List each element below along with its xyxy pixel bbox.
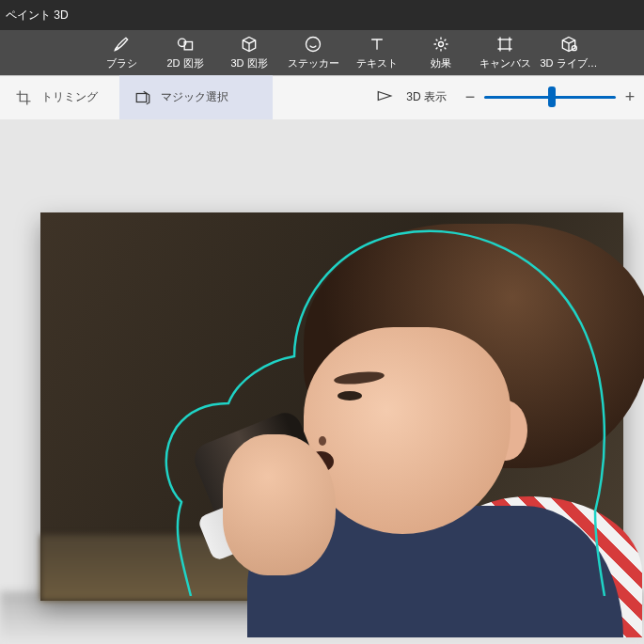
library-tool-button[interactable]: 3D ライブ… — [537, 30, 601, 75]
zoom-in-button[interactable]: + — [616, 75, 644, 119]
title-bar: ペイント 3D — [0, 0, 644, 30]
sticker-tool-button[interactable]: ステッカー — [281, 30, 345, 75]
shape3d-icon — [240, 35, 259, 54]
svg-rect-6 — [136, 93, 147, 102]
crop-icon — [15, 89, 32, 106]
app-title: ペイント 3D — [6, 8, 69, 24]
canvas-area[interactable] — [0, 119, 644, 644]
magic-select-outline — [153, 220, 614, 596]
minus-icon: − — [465, 87, 476, 107]
svg-point-2 — [306, 38, 321, 52]
svg-rect-4 — [500, 39, 510, 49]
magic-select-label: マジック選択 — [161, 89, 228, 105]
zoom-slider[interactable] — [484, 75, 616, 119]
brush-icon — [112, 35, 131, 54]
view3d-toggle[interactable]: 3D 表示 — [367, 75, 456, 119]
text-icon — [368, 35, 386, 54]
brush-tool-label: ブラシ — [106, 56, 137, 71]
zoom-out-button[interactable]: − — [456, 75, 484, 119]
effects-tool-button[interactable]: 効果 — [409, 30, 473, 75]
sticker-tool-label: ステッカー — [288, 56, 339, 71]
svg-point-3 — [439, 42, 444, 47]
magic-select-icon — [134, 89, 151, 106]
view3d-label: 3D 表示 — [406, 89, 447, 105]
crop-label: トリミング — [41, 89, 98, 105]
canvas-tool-button[interactable]: キャンバス — [473, 30, 537, 75]
canvas-icon — [495, 35, 514, 54]
effects-tool-label: 効果 — [431, 56, 451, 71]
canvas-tool-label: キャンバス — [479, 56, 531, 71]
plus-icon: + — [625, 87, 636, 107]
shape3d-tool-label: 3D 図形 — [230, 56, 267, 71]
shape2d-icon — [176, 35, 195, 54]
shape3d-tool-button[interactable]: 3D 図形 — [217, 30, 281, 75]
sub-toolbar: トリミング マジック選択 3D 表示 − + — [0, 75, 644, 119]
text-tool-button[interactable]: テキスト — [345, 30, 409, 75]
library-icon — [559, 35, 578, 54]
library-tool-label: 3D ライブ… — [540, 56, 597, 71]
magic-select-button[interactable]: マジック選択 — [119, 75, 273, 119]
main-toolbar: ブラシ 2D 図形 3D 図形 ステッカー テキスト 効果 キャ — [0, 30, 644, 75]
text-tool-label: テキスト — [356, 56, 398, 71]
sticker-icon — [304, 35, 322, 54]
view3d-icon — [376, 87, 393, 107]
photo-on-canvas[interactable] — [40, 212, 623, 601]
zoom-slider-thumb[interactable] — [548, 86, 556, 107]
shape2d-tool-label: 2D 図形 — [166, 56, 203, 71]
brush-tool-button[interactable]: ブラシ — [89, 30, 153, 75]
shape2d-tool-button[interactable]: 2D 図形 — [153, 30, 217, 75]
effects-icon — [432, 35, 450, 54]
crop-button[interactable]: トリミング — [0, 75, 119, 119]
